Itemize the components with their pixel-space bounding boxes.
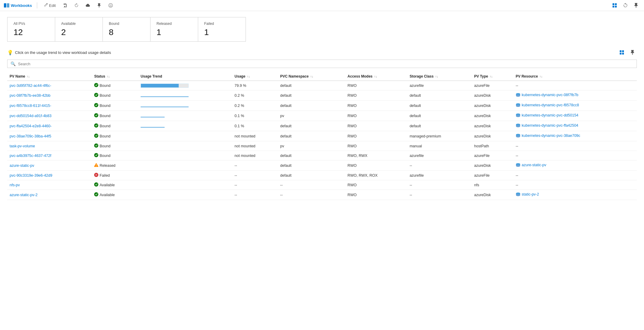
cell-trend-8[interactable]	[138, 161, 232, 171]
cell-pv-name-7: pvc-a4b3975c-4637-472f	[7, 151, 92, 161]
pv-resource-container-2: kubernetes-dynamic-pvc-f8578cc8	[516, 103, 579, 108]
search-bar: 🔍	[7, 60, 637, 68]
pv-name-link-4[interactable]: pvc-ffa42504-e2e8-4460-	[10, 124, 52, 128]
cell-trend-11[interactable]	[138, 190, 232, 200]
col-usage-trend[interactable]: Usage Trend	[138, 72, 232, 81]
col-pvc-namespace[interactable]: PVC Namespace ↑↓	[278, 72, 345, 81]
pv-resource-link-1[interactable]: kubernetes-dynamic-pvc-08f7fb7b	[522, 93, 578, 97]
cell-trend-1[interactable]	[138, 90, 232, 101]
pv-name-link-1[interactable]: pvc-08f7fb7b-ee38-42bb	[10, 93, 50, 98]
card-label-3: Released	[157, 22, 192, 26]
edit-button[interactable]: Edit	[42, 2, 58, 9]
cell-trend-9[interactable]	[138, 171, 232, 180]
emoji-button[interactable]	[107, 2, 115, 9]
pv-name-link-10[interactable]: nfs-pv	[10, 183, 20, 187]
pv-resource-link-5[interactable]: kubernetes-dynamic-pvc-38ae709c	[522, 134, 580, 138]
pv-name-link-7[interactable]: pvc-a4b3975c-4637-472f	[10, 154, 51, 158]
status-badge-10: Available	[94, 182, 115, 187]
col-status[interactable]: Status ↑↓	[92, 72, 138, 81]
cell-pvresource-9: --	[513, 171, 637, 180]
cell-pvtype-10: nfs	[472, 180, 514, 190]
svg-rect-9	[622, 53, 624, 55]
summary-card-failed: Failed 1	[198, 17, 246, 42]
cell-trend-2[interactable]	[138, 101, 232, 111]
card-label-0: All PVs	[13, 22, 49, 26]
cell-trend-0[interactable]	[138, 81, 232, 90]
cell-trend-4[interactable]	[138, 121, 232, 131]
cell-storage-2: default	[407, 101, 472, 111]
card-value-0: 12	[13, 28, 49, 37]
pv-resource-text-6: --	[516, 144, 518, 148]
summary-card-all-pvs: All PVs 12	[7, 17, 55, 42]
search-input[interactable]	[18, 62, 634, 66]
pin-top-button[interactable]	[632, 2, 640, 9]
status-text-5: Bound	[100, 134, 110, 138]
col-storage-class[interactable]: Storage Class ↑↓	[407, 72, 472, 81]
cell-trend-5[interactable]	[138, 131, 232, 141]
usage-line-container[interactable]	[141, 114, 189, 118]
col-access-modes[interactable]: Access Modes ↑↓	[345, 72, 407, 81]
pv-name-link-8[interactable]: azure-static-pv	[10, 164, 34, 168]
status-badge-1: Bound	[94, 93, 110, 98]
cloud-button[interactable]	[84, 2, 92, 9]
pv-name-link-3[interactable]: pvc-dd50154d-a91f-4b83	[10, 114, 52, 118]
grid-icon-btn[interactable]	[610, 2, 619, 9]
info-pin-button[interactable]	[628, 49, 637, 56]
pv-name-link-11[interactable]: azure-static-pv-2	[10, 193, 37, 197]
cell-trend-6[interactable]	[138, 141, 232, 151]
info-bar-left: 💡 Click on the usage trend to view workl…	[7, 50, 111, 55]
cell-status-0: Bound	[92, 81, 138, 90]
cell-pv-name-4: pvc-ffa42504-e2e8-4460-	[7, 121, 92, 131]
svg-rect-3	[615, 3, 617, 5]
col-usage[interactable]: Usage ↑↓	[232, 72, 278, 81]
pv-name-link-9[interactable]: pvc-90c3319e-39e6-42d9	[10, 173, 52, 178]
svg-point-19	[516, 134, 520, 136]
undo-button[interactable]	[621, 2, 630, 9]
cell-trend-10[interactable]	[138, 180, 232, 190]
toolbar: Workbooks Edit	[0, 0, 644, 11]
cell-storage-4: default	[407, 121, 472, 131]
pv-resource-link-11[interactable]: static-pv-2	[522, 192, 539, 196]
search-icon: 🔍	[10, 61, 16, 66]
info-text: Click on the usage trend to view workloa…	[15, 50, 111, 55]
cell-storage-6: manual	[407, 141, 472, 151]
svg-rect-6	[620, 50, 622, 52]
pv-resource-link-2[interactable]: kubernetes-dynamic-pvc-f8578cc8	[522, 103, 579, 107]
cell-trend-3[interactable]	[138, 111, 232, 121]
cell-status-7: Bound	[92, 151, 138, 161]
pv-resource-link-8[interactable]: azure-static-pv	[522, 163, 546, 167]
pv-resource-container-1: kubernetes-dynamic-pvc-08f7fb7b	[516, 93, 578, 97]
status-icon-5	[94, 134, 98, 139]
pv-name-link-0[interactable]: pvc-3d95f782-ac44-4f6c-	[10, 84, 51, 88]
status-icon-7	[94, 153, 98, 158]
usage-line-container[interactable]	[141, 124, 189, 128]
status-text-4: Bound	[100, 124, 110, 128]
cell-access-10: RWO	[345, 180, 407, 190]
summary-card-released: Released 1	[150, 17, 198, 42]
usage-bar-container[interactable]	[141, 84, 189, 88]
sort-icon-pvc-ns: ↑↓	[310, 75, 313, 78]
col-pv-type[interactable]: PV Type ↑↓	[472, 72, 514, 81]
cell-usage-10: --	[232, 180, 278, 190]
pv-name-link-6[interactable]: task-pv-volume	[10, 144, 35, 148]
pv-resource-link-3[interactable]: kubernetes-dynamic-pvc-dd50154	[522, 113, 578, 117]
save-button[interactable]	[61, 2, 69, 9]
cell-status-4: Bound	[92, 121, 138, 131]
col-pv-name[interactable]: PV Name ↑↓	[7, 72, 92, 81]
usage-line-container[interactable]	[141, 93, 189, 98]
cell-pvresource-3: kubernetes-dynamic-pvc-dd50154	[513, 111, 637, 121]
pv-resource-link-4[interactable]: kubernetes-dynamic-pvc-ffa42504	[522, 123, 578, 128]
col-pv-resource[interactable]: PV Resource ↑↓	[513, 72, 637, 81]
refresh-button[interactable]	[73, 2, 80, 9]
usage-line-container[interactable]	[141, 104, 189, 108]
svg-rect-7	[622, 50, 624, 52]
cell-status-11: Available	[92, 190, 138, 200]
info-grid-button[interactable]	[618, 49, 626, 56]
pin-button[interactable]	[95, 2, 103, 9]
cell-trend-7[interactable]	[138, 151, 232, 161]
pv-name-link-2[interactable]: pvc-f8578cc8-611f-4415-	[10, 104, 51, 108]
summary-card-available: Available 2	[55, 17, 103, 42]
disk-icon	[516, 103, 520, 108]
pv-name-link-5[interactable]: pvc-38ae709c-38ba-44f5	[10, 134, 51, 138]
cell-storage-9: azurefile	[407, 171, 472, 180]
